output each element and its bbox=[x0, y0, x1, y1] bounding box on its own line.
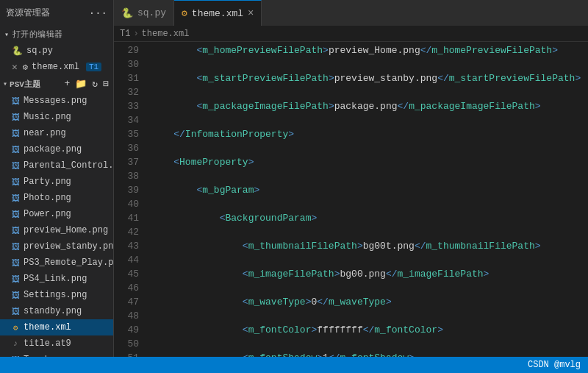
status-bar: CSDN @mvlg bbox=[0, 357, 588, 373]
tab-theme-label: theme.xml bbox=[192, 8, 243, 19]
settings-icon: 🖼 bbox=[10, 290, 21, 300]
file-theme-xml[interactable]: ⚙ theme.xml bbox=[0, 319, 113, 335]
music-icon: 🖼 bbox=[10, 112, 21, 122]
party-icon: 🖼 bbox=[10, 177, 21, 187]
file-messages-name: Messages.png bbox=[24, 96, 87, 106]
photo-icon: 🖼 bbox=[10, 193, 21, 203]
ps3-remote-icon: 🖼 bbox=[10, 257, 21, 268]
preview-stanby-icon: 🖼 bbox=[10, 241, 21, 252]
file-photo-name: Photo.png bbox=[24, 193, 71, 203]
tabs-bar: 🐍 sq.py ⚙ theme.xml × bbox=[114, 0, 588, 26]
psv-header[interactable]: ▾ PSV主题 + 📁 ↻ ⊟ bbox=[0, 75, 113, 93]
file-power-name: Power.png bbox=[24, 209, 71, 219]
open-editors-arrow: ▾ bbox=[4, 30, 10, 39]
top-bar: 资源管理器 ··· 🐍 sq.py ⚙ theme.xml × bbox=[0, 0, 588, 26]
sq-py-icon: 🐍 bbox=[121, 7, 133, 19]
line-numbers: 2930313233343536373839404142434445464748… bbox=[114, 42, 145, 357]
open-file-sq[interactable]: 🐍 sq.py bbox=[0, 43, 113, 59]
open-file-theme[interactable]: ✕ ⚙ theme.xml T1 bbox=[0, 59, 113, 75]
breadcrumb: T1 › theme.xml bbox=[114, 26, 588, 42]
file-preview-home[interactable]: 🖼 preview_Home.png bbox=[0, 222, 113, 238]
theme-xml-icon: ⚙ bbox=[182, 7, 187, 19]
psv-new-folder[interactable]: 📁 bbox=[74, 78, 88, 90]
file-preview-home-name: preview_Home.png bbox=[24, 225, 108, 235]
t1-badge: T1 bbox=[86, 63, 101, 71]
sidebar: ▾ 打开的编辑器 🐍 sq.py ✕ ⚙ theme.xml T1 ▾ PSV主… bbox=[0, 26, 114, 357]
status-bar-text: CSDN @mvlg bbox=[528, 360, 581, 370]
file-ps3-remote-name: PS3_Remote_Play.png bbox=[24, 257, 114, 268]
open-file-theme-close[interactable]: ✕ bbox=[12, 61, 18, 73]
psv-title: PSV主题 bbox=[10, 79, 61, 90]
file-ps4-link-name: PS4_Link.png bbox=[24, 274, 87, 284]
open-file-theme-name: theme.xml bbox=[32, 62, 79, 72]
file-title-at9-name: title.at9 bbox=[24, 338, 71, 349]
file-music[interactable]: 🖼 Music.png bbox=[0, 109, 113, 125]
breadcrumb-file: theme.xml bbox=[142, 29, 190, 39]
psv-arrow: ▾ bbox=[3, 79, 7, 88]
file-near[interactable]: 🖼 near.png bbox=[0, 125, 113, 141]
editor-area: T1 › theme.xml 2930313233343536373839404… bbox=[114, 26, 588, 357]
tab-theme-close[interactable]: × bbox=[248, 7, 254, 19]
breadcrumb-t1: T1 bbox=[120, 29, 130, 39]
file-standby-name: standby.png bbox=[24, 306, 82, 316]
near-icon: 🖼 bbox=[10, 128, 21, 138]
standby-icon: 🖼 bbox=[10, 306, 21, 316]
file-package-name: package.png bbox=[24, 144, 82, 154]
psv-refresh[interactable]: ↻ bbox=[90, 78, 99, 90]
sq-file-icon: 🐍 bbox=[12, 46, 23, 57]
resource-manager-title: 资源管理器 bbox=[6, 7, 50, 19]
file-parental[interactable]: 🖼 Parental_Control.png bbox=[0, 157, 113, 174]
file-music-name: Music.png bbox=[24, 112, 71, 122]
file-theme-xml-name: theme.xml bbox=[24, 322, 71, 333]
theme-xml-tree-icon: ⚙ bbox=[10, 322, 21, 333]
psv-actions: + 📁 ↻ ⊟ bbox=[63, 78, 110, 90]
messages-icon: 🖼 bbox=[10, 96, 21, 106]
open-editors-section: ▾ 打开的编辑器 🐍 sq.py ✕ ⚙ theme.xml T1 bbox=[0, 26, 113, 75]
file-settings[interactable]: 🖼 Settings.png bbox=[0, 287, 113, 303]
file-power[interactable]: 🖼 Power.png bbox=[0, 206, 113, 222]
psv-section: ▾ PSV主题 + 📁 ↻ ⊟ 🖼 Messages.png 🖼 Music.p… bbox=[0, 75, 113, 357]
open-editors-label: 打开的编辑器 bbox=[12, 29, 63, 40]
file-party-name: Party.png bbox=[24, 177, 71, 187]
file-messages[interactable]: 🖼 Messages.png bbox=[0, 93, 113, 109]
psv-collapse[interactable]: ⊟ bbox=[101, 78, 110, 90]
power-icon: 🖼 bbox=[10, 209, 21, 219]
file-trophy[interactable]: 🖼 Trophy.png bbox=[0, 352, 113, 357]
code-container: 2930313233343536373839404142434445464748… bbox=[114, 42, 588, 357]
preview-home-icon: 🖼 bbox=[10, 225, 21, 235]
main-area: ▾ 打开的编辑器 🐍 sq.py ✕ ⚙ theme.xml T1 ▾ PSV主… bbox=[0, 26, 588, 357]
file-preview-stanby[interactable]: 🖼 preview_stanby.png bbox=[0, 238, 113, 255]
tab-theme[interactable]: ⚙ theme.xml × bbox=[174, 0, 262, 26]
file-ps3-remote[interactable]: 🖼 PS3_Remote_Play.png bbox=[0, 255, 113, 271]
psv-new-file[interactable]: + bbox=[63, 78, 72, 90]
package-icon: 🖼 bbox=[10, 144, 21, 154]
ps4-link-icon: 🖼 bbox=[10, 274, 21, 284]
file-near-name: near.png bbox=[24, 128, 66, 138]
file-parental-name: Parental_Control.png bbox=[24, 160, 114, 171]
parental-icon: 🖼 bbox=[10, 160, 21, 171]
file-title-at9[interactable]: ♪ title.at9 bbox=[0, 335, 113, 352]
tab-sq[interactable]: 🐍 sq.py bbox=[114, 0, 174, 26]
tab-sq-label: sq.py bbox=[137, 7, 166, 18]
file-preview-stanby-name: preview_stanby.png bbox=[24, 241, 114, 252]
resource-manager-menu[interactable]: ··· bbox=[89, 7, 107, 19]
file-party[interactable]: 🖼 Party.png bbox=[0, 174, 113, 190]
title-at9-icon: ♪ bbox=[10, 338, 21, 349]
open-editors-header[interactable]: ▾ 打开的编辑器 bbox=[0, 26, 113, 43]
theme-file-icon: ⚙ bbox=[23, 62, 28, 73]
code-content[interactable]: <m_homePreviewFilePath>preview_Home.png<… bbox=[145, 42, 588, 357]
open-file-sq-name: sq.py bbox=[26, 46, 53, 56]
breadcrumb-sep1: › bbox=[133, 29, 138, 39]
file-photo[interactable]: 🖼 Photo.png bbox=[0, 190, 113, 206]
file-package[interactable]: 🖼 package.png bbox=[0, 141, 113, 157]
file-settings-name: Settings.png bbox=[24, 290, 87, 300]
resource-manager-header: 资源管理器 ··· bbox=[0, 0, 114, 26]
file-standby[interactable]: 🖼 standby.png bbox=[0, 303, 113, 319]
file-ps4-link[interactable]: 🖼 PS4_Link.png bbox=[0, 271, 113, 287]
